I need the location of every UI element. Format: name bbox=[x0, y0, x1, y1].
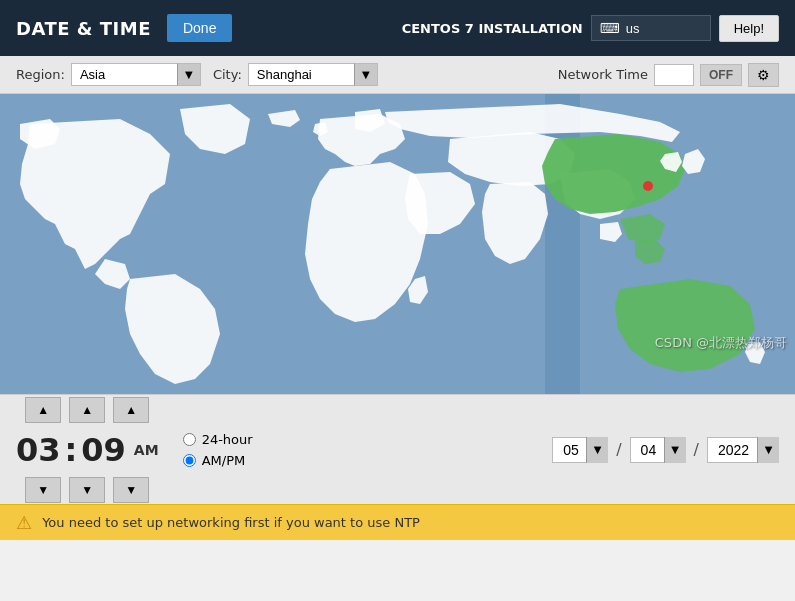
minutes-down-button[interactable]: ▼ bbox=[69, 477, 105, 503]
region-label: Region: bbox=[16, 67, 65, 82]
world-map[interactable] bbox=[0, 94, 795, 394]
region-select-wrapper: Africa America Antarctica Arctic Asia At… bbox=[71, 63, 201, 86]
time-colon: : bbox=[65, 431, 78, 469]
minutes-display: 09 bbox=[81, 431, 126, 469]
format-24h-radio[interactable] bbox=[183, 433, 196, 446]
svg-point-2 bbox=[643, 181, 653, 191]
minutes-up-button[interactable]: ▲ bbox=[69, 397, 105, 423]
date-sep-2: / bbox=[694, 440, 699, 459]
day-select-wrapper: 010203 040506 07080910 ▼ bbox=[630, 437, 686, 463]
format-24h-label[interactable]: 24-hour bbox=[202, 432, 253, 447]
day-select[interactable]: 010203 040506 07080910 bbox=[630, 437, 686, 463]
hours-up-button[interactable]: ▲ bbox=[25, 397, 61, 423]
gear-icon: ⚙ bbox=[757, 67, 770, 83]
format-ampm-label[interactable]: AM/PM bbox=[202, 453, 246, 468]
warning-icon: ⚠ bbox=[16, 512, 32, 533]
time-up-arrows: ▲ ▲ ▲ bbox=[25, 397, 149, 423]
map-container[interactable]: CSDN @北漂热郑杨哥 bbox=[0, 94, 795, 394]
header-right: CENTOS 7 INSTALLATION ⌨ Help! bbox=[402, 15, 779, 42]
installation-title: CENTOS 7 INSTALLATION bbox=[402, 21, 583, 36]
time-format-group: 24-hour AM/PM bbox=[183, 432, 253, 468]
network-time-label: Network Time bbox=[558, 67, 648, 82]
format-ampm-radio[interactable] bbox=[183, 454, 196, 467]
network-time-settings-button[interactable]: ⚙ bbox=[748, 63, 779, 87]
help-button[interactable]: Help! bbox=[719, 15, 779, 42]
city-group: City: Beijing Chongqing Harbin Hong Kong… bbox=[213, 63, 378, 86]
city-label: City: bbox=[213, 67, 242, 82]
keyboard-icon: ⌨ bbox=[600, 20, 620, 36]
region-select[interactable]: Africa America Antarctica Arctic Asia At… bbox=[71, 63, 201, 86]
month-select[interactable]: 01020304 05060708 09101112 bbox=[552, 437, 608, 463]
format-24h-group: 24-hour bbox=[183, 432, 253, 447]
header: DATE & TIME Done CENTOS 7 INSTALLATION ⌨… bbox=[0, 0, 795, 56]
time-controls-left: ▲ ▲ ▲ 03 : 09 AM ▼ ▼ ▼ bbox=[16, 397, 159, 503]
done-button[interactable]: Done bbox=[167, 14, 232, 42]
warning-text: You need to set up networking first if y… bbox=[42, 515, 420, 530]
network-time-input[interactable] bbox=[654, 64, 694, 86]
year-select[interactable]: 20202021 202220232024 bbox=[707, 437, 779, 463]
hours-down-button[interactable]: ▼ bbox=[25, 477, 61, 503]
time-down-arrows: ▼ ▼ ▼ bbox=[25, 477, 149, 503]
region-group: Region: Africa America Antarctica Arctic… bbox=[16, 63, 201, 86]
search-input[interactable] bbox=[626, 21, 706, 36]
time-section: ▲ ▲ ▲ 03 : 09 AM ▼ ▼ ▼ 24-hour AM/PM bbox=[0, 394, 795, 504]
search-box: ⌨ bbox=[591, 15, 711, 41]
ampm-down-button[interactable]: ▼ bbox=[113, 477, 149, 503]
format-ampm-group: AM/PM bbox=[183, 453, 253, 468]
month-select-wrapper: 01020304 05060708 09101112 ▼ bbox=[552, 437, 608, 463]
page-title: DATE & TIME bbox=[16, 18, 151, 39]
warning-bar: ⚠ You need to set up networking first if… bbox=[0, 504, 795, 540]
year-select-wrapper: 20202021 202220232024 ▼ bbox=[707, 437, 779, 463]
ampm-up-button[interactable]: ▲ bbox=[113, 397, 149, 423]
city-select-wrapper: Beijing Chongqing Harbin Hong Kong Kashg… bbox=[248, 63, 378, 86]
date-section: 01020304 05060708 09101112 ▼ / 010203 04… bbox=[552, 437, 779, 463]
city-select[interactable]: Beijing Chongqing Harbin Hong Kong Kashg… bbox=[248, 63, 378, 86]
network-time-toggle[interactable]: OFF bbox=[700, 64, 742, 86]
controls-bar: Region: Africa America Antarctica Arctic… bbox=[0, 56, 795, 94]
network-time-group: Network Time OFF ⚙ bbox=[558, 63, 779, 87]
date-sep-1: / bbox=[616, 440, 621, 459]
header-left: DATE & TIME Done bbox=[16, 14, 232, 42]
hours-display: 03 bbox=[16, 431, 61, 469]
ampm-display: AM bbox=[134, 442, 159, 458]
time-display: 03 : 09 AM bbox=[16, 431, 159, 469]
